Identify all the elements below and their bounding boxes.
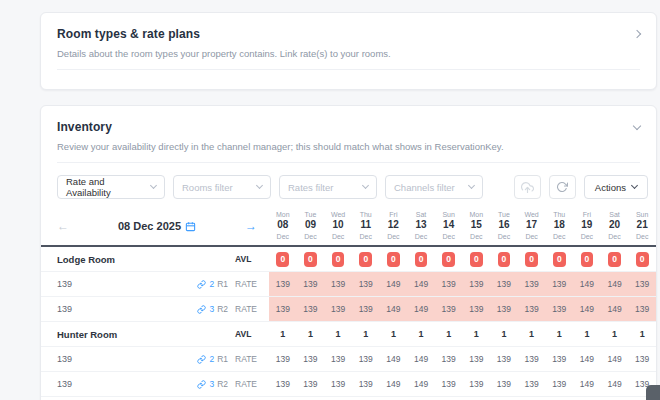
- availability-cell[interactable]: 1: [380, 329, 408, 339]
- availability-cell[interactable]: 1: [352, 329, 380, 339]
- availability-cell[interactable]: 1: [297, 329, 325, 339]
- rate-cell[interactable]: 139: [297, 354, 325, 364]
- rate-cell[interactable]: 139: [269, 354, 297, 364]
- rate-cell[interactable]: 139: [628, 279, 656, 289]
- rate-cell[interactable]: 139: [324, 304, 352, 314]
- rate-cell[interactable]: 139: [518, 279, 546, 289]
- rate-cell[interactable]: 139: [518, 379, 546, 389]
- availability-cell[interactable]: 0: [435, 252, 463, 268]
- rate-cell[interactable]: 149: [573, 354, 601, 364]
- rate-cell[interactable]: 149: [601, 379, 629, 389]
- rate-cell[interactable]: 149: [601, 354, 629, 364]
- rate-cell[interactable]: 139: [490, 379, 518, 389]
- channels-filter-select[interactable]: Channels filter: [385, 175, 483, 199]
- channel-links[interactable]: 3R2: [197, 379, 228, 389]
- rates-filter-select[interactable]: Rates filter: [279, 175, 377, 199]
- rate-cell[interactable]: 139: [435, 379, 463, 389]
- rate-cell[interactable]: 149: [573, 304, 601, 314]
- rate-cell[interactable]: 139: [490, 354, 518, 364]
- refresh-button[interactable]: [549, 175, 576, 199]
- availability-cell[interactable]: 1: [573, 329, 601, 339]
- rate-cell[interactable]: 149: [380, 354, 408, 364]
- availability-cell[interactable]: 1: [269, 329, 297, 339]
- rate-cell[interactable]: 139: [462, 304, 490, 314]
- availability-cell[interactable]: 0: [324, 252, 352, 268]
- date-picker[interactable]: 08 Dec 2025: [118, 220, 196, 232]
- availability-cell[interactable]: 0: [490, 252, 518, 268]
- rate-cell[interactable]: 149: [380, 304, 408, 314]
- rate-cell[interactable]: 139: [324, 354, 352, 364]
- rate-cell[interactable]: 149: [407, 379, 435, 389]
- rate-cell[interactable]: 139: [269, 379, 297, 389]
- rate-cell[interactable]: 149: [573, 379, 601, 389]
- chevron-right-icon[interactable]: [633, 30, 641, 38]
- rate-cell[interactable]: 139: [545, 279, 573, 289]
- availability-cell[interactable]: 0: [380, 252, 408, 268]
- rate-cell[interactable]: 139: [269, 304, 297, 314]
- availability-cell[interactable]: 1: [490, 329, 518, 339]
- rate-cell[interactable]: 139: [352, 354, 380, 364]
- view-mode-select[interactable]: Rate and Availability: [57, 175, 165, 199]
- rate-cell[interactable]: 139: [352, 379, 380, 389]
- rate-cell[interactable]: 149: [380, 379, 408, 389]
- chevron-down-icon[interactable]: [633, 121, 641, 129]
- availability-cell[interactable]: 1: [462, 329, 490, 339]
- rate-cell[interactable]: 139: [545, 304, 573, 314]
- availability-cell[interactable]: 1: [435, 329, 463, 339]
- channel-links[interactable]: 3R2: [197, 304, 228, 314]
- rate-cell[interactable]: 139: [435, 304, 463, 314]
- rate-cell[interactable]: 149: [573, 279, 601, 289]
- rate-cell[interactable]: 139: [352, 304, 380, 314]
- availability-cell[interactable]: 1: [407, 329, 435, 339]
- availability-cell[interactable]: 0: [545, 252, 573, 268]
- availability-cell[interactable]: 0: [601, 252, 629, 268]
- rate-cell[interactable]: 139: [462, 279, 490, 289]
- channel-links[interactable]: 2R1: [197, 354, 228, 364]
- availability-cell[interactable]: 1: [545, 329, 573, 339]
- rooms-filter-select[interactable]: Rooms filter: [173, 175, 271, 199]
- availability-cell[interactable]: 0: [269, 252, 297, 268]
- availability-cell[interactable]: 1: [518, 329, 546, 339]
- rate-cell[interactable]: 149: [380, 279, 408, 289]
- availability-cell[interactable]: 0: [573, 252, 601, 268]
- rate-cell[interactable]: 139: [435, 279, 463, 289]
- rate-cell[interactable]: 139: [462, 354, 490, 364]
- prev-period-arrow[interactable]: ←: [57, 220, 69, 232]
- rate-cell[interactable]: 139: [297, 379, 325, 389]
- rate-cell[interactable]: 139: [297, 304, 325, 314]
- rate-cell[interactable]: 139: [297, 279, 325, 289]
- rate-cell[interactable]: 139: [545, 379, 573, 389]
- scroll-corner-button[interactable]: [646, 385, 660, 400]
- availability-cell[interactable]: 1: [628, 329, 656, 339]
- rate-cell[interactable]: 139: [628, 304, 656, 314]
- rate-cell[interactable]: 139: [490, 304, 518, 314]
- rate-cell[interactable]: 149: [407, 354, 435, 364]
- rate-cell[interactable]: 139: [324, 279, 352, 289]
- availability-cell[interactable]: 0: [407, 252, 435, 268]
- rate-cell[interactable]: 139: [545, 354, 573, 364]
- rate-cell[interactable]: 139: [352, 279, 380, 289]
- rate-cell[interactable]: 139: [490, 279, 518, 289]
- availability-cell[interactable]: 1: [324, 329, 352, 339]
- actions-button[interactable]: Actions: [584, 175, 648, 199]
- rate-cell[interactable]: 139: [324, 379, 352, 389]
- rate-cell[interactable]: 149: [601, 304, 629, 314]
- availability-cell[interactable]: 0: [518, 252, 546, 268]
- rate-cell[interactable]: 149: [407, 304, 435, 314]
- next-period-arrow[interactable]: →: [245, 220, 257, 232]
- availability-cell[interactable]: 0: [628, 252, 656, 268]
- availability-cell[interactable]: 0: [352, 252, 380, 268]
- rate-cell[interactable]: 149: [407, 279, 435, 289]
- rate-cell[interactable]: 149: [601, 279, 629, 289]
- rate-cell[interactable]: 139: [518, 354, 546, 364]
- availability-cell[interactable]: 1: [601, 329, 629, 339]
- upload-button[interactable]: [514, 175, 541, 199]
- rate-cell[interactable]: 139: [435, 354, 463, 364]
- rate-cell[interactable]: 139: [269, 279, 297, 289]
- channel-links[interactable]: 2R1: [197, 279, 228, 289]
- availability-cell[interactable]: 0: [462, 252, 490, 268]
- rate-cell[interactable]: 139: [628, 354, 656, 364]
- rate-cell[interactable]: 139: [462, 379, 490, 389]
- availability-cell[interactable]: 0: [297, 252, 325, 268]
- rate-cell[interactable]: 139: [518, 304, 546, 314]
